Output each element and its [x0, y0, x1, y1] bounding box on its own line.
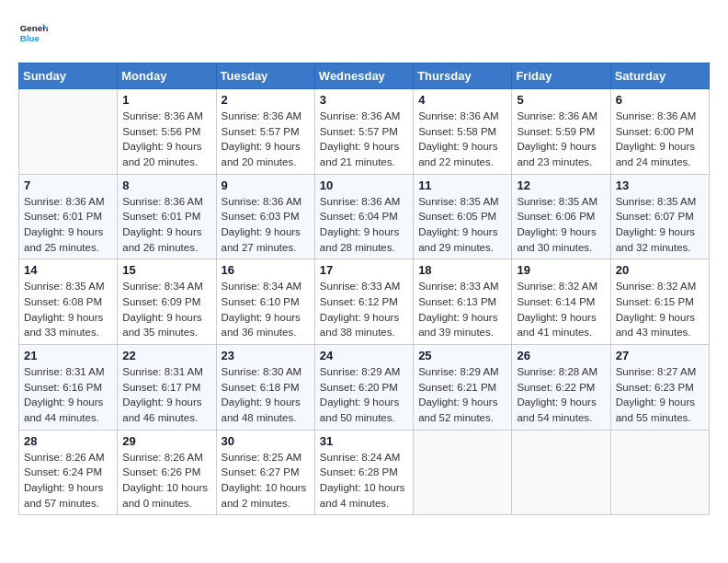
day-info: Sunrise: 8:36 AMSunset: 5:56 PMDaylight:… [122, 109, 210, 170]
calendar-cell [610, 430, 709, 515]
day-info: Sunrise: 8:34 AMSunset: 6:10 PMDaylight:… [222, 279, 310, 340]
calendar-cell [512, 430, 610, 515]
day-header-friday: Friday [512, 63, 610, 89]
day-number: 1 [122, 93, 210, 107]
day-number: 15 [122, 263, 210, 277]
day-number: 12 [517, 178, 605, 192]
day-number: 31 [320, 434, 408, 448]
day-info: Sunrise: 8:26 AMSunset: 6:24 PMDaylight:… [24, 450, 112, 511]
calendar-cell [19, 89, 118, 175]
calendar-cell: 6Sunrise: 8:36 AMSunset: 6:00 PMDaylight… [610, 89, 709, 175]
day-number: 20 [616, 263, 704, 277]
day-info: Sunrise: 8:36 AMSunset: 6:01 PMDaylight:… [122, 194, 210, 256]
day-info: Sunrise: 8:33 AMSunset: 6:13 PMDaylight:… [418, 279, 506, 340]
day-header-wednesday: Wednesday [314, 63, 413, 89]
day-header-tuesday: Tuesday [216, 63, 314, 89]
day-info: Sunrise: 8:32 AMSunset: 6:15 PMDaylight:… [616, 279, 704, 340]
day-number: 22 [122, 349, 210, 362]
calendar-cell: 9Sunrise: 8:36 AMSunset: 6:03 PMDaylight… [216, 174, 314, 259]
calendar-cell: 8Sunrise: 8:36 AMSunset: 6:01 PMDaylight… [118, 174, 216, 259]
calendar-cell: 27Sunrise: 8:27 AMSunset: 6:23 PMDayligh… [610, 345, 709, 431]
day-info: Sunrise: 8:24 AMSunset: 6:28 PMDaylight:… [320, 450, 408, 511]
calendar-cell: 1Sunrise: 8:36 AMSunset: 5:56 PMDaylight… [118, 89, 216, 175]
day-number: 26 [517, 349, 605, 362]
day-number: 10 [320, 178, 408, 192]
calendar-cell: 16Sunrise: 8:34 AMSunset: 6:10 PMDayligh… [216, 259, 314, 345]
day-info: Sunrise: 8:31 AMSunset: 6:16 PMDaylight:… [24, 364, 112, 426]
day-info: Sunrise: 8:29 AMSunset: 6:21 PMDaylight:… [418, 364, 506, 426]
day-info: Sunrise: 8:31 AMSunset: 6:17 PMDaylight:… [122, 364, 210, 426]
calendar-cell: 14Sunrise: 8:35 AMSunset: 6:08 PMDayligh… [19, 259, 118, 345]
day-number: 8 [122, 178, 210, 192]
day-number: 28 [24, 434, 112, 448]
day-number: 14 [24, 263, 112, 277]
calendar-cell: 11Sunrise: 8:35 AMSunset: 6:05 PMDayligh… [414, 174, 512, 259]
day-number: 27 [616, 349, 704, 362]
calendar-cell: 22Sunrise: 8:31 AMSunset: 6:17 PMDayligh… [118, 345, 216, 431]
calendar-cell: 26Sunrise: 8:28 AMSunset: 6:22 PMDayligh… [512, 345, 610, 431]
day-number: 24 [320, 349, 408, 362]
day-header-sunday: Sunday [19, 63, 118, 89]
day-number: 21 [24, 349, 112, 362]
calendar-cell: 24Sunrise: 8:29 AMSunset: 6:20 PMDayligh… [314, 345, 413, 431]
day-header-saturday: Saturday [610, 63, 709, 89]
calendar-table: SundayMondayTuesdayWednesdayThursdayFrid… [18, 63, 710, 515]
day-info: Sunrise: 8:33 AMSunset: 6:12 PMDaylight:… [320, 279, 408, 340]
calendar-cell: 5Sunrise: 8:36 AMSunset: 5:59 PMDaylight… [512, 89, 610, 175]
day-number: 25 [418, 349, 506, 362]
day-number: 3 [320, 93, 408, 107]
day-number: 19 [517, 263, 605, 277]
day-number: 11 [418, 178, 506, 192]
calendar-cell: 7Sunrise: 8:36 AMSunset: 6:01 PMDaylight… [19, 174, 118, 259]
day-info: Sunrise: 8:28 AMSunset: 6:22 PMDaylight:… [517, 364, 605, 426]
day-info: Sunrise: 8:36 AMSunset: 5:57 PMDaylight:… [320, 109, 408, 170]
calendar-cell: 29Sunrise: 8:26 AMSunset: 6:26 PMDayligh… [118, 430, 216, 515]
calendar-cell: 18Sunrise: 8:33 AMSunset: 6:13 PMDayligh… [414, 259, 512, 345]
calendar-cell: 28Sunrise: 8:26 AMSunset: 6:24 PMDayligh… [19, 430, 118, 515]
day-number: 23 [222, 349, 310, 362]
day-info: Sunrise: 8:26 AMSunset: 6:26 PMDaylight:… [122, 450, 210, 511]
day-number: 30 [222, 434, 310, 448]
calendar-cell: 17Sunrise: 8:33 AMSunset: 6:12 PMDayligh… [314, 259, 413, 345]
day-info: Sunrise: 8:35 AMSunset: 6:06 PMDaylight:… [517, 194, 605, 256]
day-number: 16 [222, 263, 310, 277]
day-number: 13 [616, 178, 704, 192]
logo-icon: General Blue [18, 18, 48, 48]
day-info: Sunrise: 8:36 AMSunset: 5:58 PMDaylight:… [418, 109, 506, 170]
calendar-cell: 13Sunrise: 8:35 AMSunset: 6:07 PMDayligh… [610, 174, 709, 259]
day-number: 6 [616, 93, 704, 107]
day-info: Sunrise: 8:32 AMSunset: 6:14 PMDaylight:… [517, 279, 605, 340]
calendar-cell: 20Sunrise: 8:32 AMSunset: 6:15 PMDayligh… [610, 259, 709, 345]
day-number: 18 [418, 263, 506, 277]
calendar-cell: 2Sunrise: 8:36 AMSunset: 5:57 PMDaylight… [216, 89, 314, 175]
calendar-cell: 19Sunrise: 8:32 AMSunset: 6:14 PMDayligh… [512, 259, 610, 345]
calendar-cell [414, 430, 512, 515]
day-info: Sunrise: 8:36 AMSunset: 5:57 PMDaylight:… [222, 109, 310, 170]
calendar-cell: 30Sunrise: 8:25 AMSunset: 6:27 PMDayligh… [216, 430, 314, 515]
calendar-cell: 3Sunrise: 8:36 AMSunset: 5:57 PMDaylight… [314, 89, 413, 175]
calendar-cell: 10Sunrise: 8:36 AMSunset: 6:04 PMDayligh… [314, 174, 413, 259]
day-info: Sunrise: 8:36 AMSunset: 6:04 PMDaylight:… [320, 194, 408, 256]
day-info: Sunrise: 8:29 AMSunset: 6:20 PMDaylight:… [320, 364, 408, 426]
logo: General Blue [18, 18, 48, 48]
day-number: 2 [222, 93, 310, 107]
day-info: Sunrise: 8:34 AMSunset: 6:09 PMDaylight:… [122, 279, 210, 340]
calendar-cell: 25Sunrise: 8:29 AMSunset: 6:21 PMDayligh… [414, 345, 512, 431]
calendar-cell: 31Sunrise: 8:24 AMSunset: 6:28 PMDayligh… [314, 430, 413, 515]
calendar-cell: 12Sunrise: 8:35 AMSunset: 6:06 PMDayligh… [512, 174, 610, 259]
day-number: 4 [418, 93, 506, 107]
day-header-monday: Monday [118, 63, 216, 89]
svg-text:Blue: Blue [20, 33, 40, 43]
day-info: Sunrise: 8:36 AMSunset: 5:59 PMDaylight:… [517, 109, 605, 170]
day-info: Sunrise: 8:36 AMSunset: 6:03 PMDaylight:… [222, 194, 310, 256]
calendar-cell: 21Sunrise: 8:31 AMSunset: 6:16 PMDayligh… [19, 345, 118, 431]
day-number: 9 [222, 178, 310, 192]
day-info: Sunrise: 8:35 AMSunset: 6:05 PMDaylight:… [418, 194, 506, 256]
day-number: 5 [517, 93, 605, 107]
day-info: Sunrise: 8:35 AMSunset: 6:08 PMDaylight:… [24, 279, 112, 340]
day-info: Sunrise: 8:35 AMSunset: 6:07 PMDaylight:… [616, 194, 704, 256]
day-info: Sunrise: 8:25 AMSunset: 6:27 PMDaylight:… [222, 450, 310, 511]
day-info: Sunrise: 8:36 AMSunset: 6:00 PMDaylight:… [616, 109, 704, 170]
calendar-cell: 15Sunrise: 8:34 AMSunset: 6:09 PMDayligh… [118, 259, 216, 345]
day-number: 29 [122, 434, 210, 448]
